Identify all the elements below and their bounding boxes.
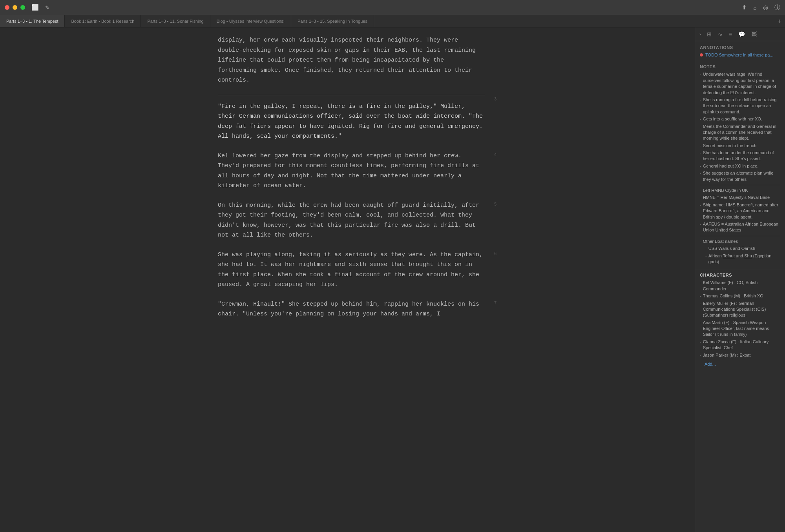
- paragraph-number-6: 6: [494, 250, 497, 257]
- note-text-3: Gets into a scuffle with her XO.: [703, 116, 762, 122]
- minimize-button[interactable]: [13, 5, 17, 10]
- character-text-5: Gianna Zucca (F) : Italian Culinary Spec…: [703, 339, 780, 351]
- traffic-lights: [5, 5, 25, 10]
- tab-speaking-tongues[interactable]: Parts 1–3 • 15. Speaking In Tongues: [291, 15, 374, 27]
- paragraph-4: Kel lowered her gaze from the display an…: [218, 151, 485, 191]
- chart-view-icon[interactable]: ∿: [716, 30, 724, 38]
- characters-title: CHARACTERS: [700, 273, 780, 277]
- character-item-5: - Gianna Zucca (F) : Italian Culinary Sp…: [700, 339, 780, 351]
- image-view-icon[interactable]: 🖼: [750, 30, 758, 38]
- paragraph-3-text: "Fire in the galley, I repeat, there is …: [218, 103, 483, 140]
- paragraph-number-4: 4: [494, 151, 497, 159]
- note-item-7: - General had put XO in place.: [700, 163, 780, 169]
- annotation-dot: [700, 53, 703, 56]
- character-text-4: Ana Marín (F) : Spanish Weapon Engineer …: [703, 320, 780, 338]
- tab-earth-research-label: Book 1: Earth • Book 1 Research: [71, 19, 134, 24]
- note-text-8: She suggests an alternate plan while the…: [703, 170, 780, 182]
- main-layout: display, her crew each visually inspecte…: [0, 27, 785, 532]
- note-text-13a: USS Walrus and Oarfish: [708, 246, 755, 251]
- paragraph-6: She was playing along, taking it as seri…: [218, 250, 485, 290]
- maximize-button[interactable]: [20, 5, 25, 10]
- tab-sonar-fishing[interactable]: Parts 1–3 • 11. Sonar Fishing: [141, 15, 210, 27]
- annotations-section: Annotations TODO Somewhere in all these …: [695, 41, 785, 62]
- tab-ulysses-interview[interactable]: Blog • Ulysses Interview Questions:: [210, 15, 291, 27]
- notes-section: Notes - Underwater wars rage. We find ou…: [695, 62, 785, 268]
- note-item-4: - Meets the Commander and General in cha…: [700, 124, 780, 142]
- note-text-1: Underwater wars rage. We find ourselves …: [703, 71, 780, 96]
- annotation-item: TODO Somewhere in all these pa...: [700, 52, 780, 58]
- note-text-10: HMNB = Her Majesty's Naval Base: [703, 195, 770, 200]
- list-view-icon[interactable]: ≡: [727, 30, 734, 38]
- title-bar: ⬜ ✎ ⬆ ⌕ ◎ ⓘ: [0, 0, 785, 15]
- sidebar-chevron-icon[interactable]: ›: [698, 30, 702, 38]
- add-character-button[interactable]: Add...: [700, 359, 780, 369]
- tab-sonar-fishing-label: Parts 1–3 • 11. Sonar Fishing: [147, 19, 203, 24]
- tab-speaking-tongues-label: Parts 1–3 • 15. Speaking In Tongues: [298, 19, 367, 24]
- paragraph-number-5: 5: [494, 200, 497, 208]
- note-text-11: Ship name: HMS Bancroft, named after Edw…: [703, 202, 780, 220]
- note-item-13: - Other Boat names: [700, 239, 780, 244]
- note-text-2: She is running a fire drill before raisi…: [703, 97, 780, 115]
- edit-icon[interactable]: ✎: [45, 5, 49, 11]
- note-item-11: - Ship name: HMS Bancroft, named after E…: [700, 202, 780, 220]
- paragraph-number-7: 7: [494, 299, 497, 307]
- paragraph-5-text: On this morning, while the crew had been…: [218, 202, 479, 239]
- paragraph-7-text: "Crewman, Hinault!" She stepped up behin…: [218, 301, 479, 318]
- note-item-12: - AAFEUS = Australian African European U…: [700, 221, 780, 233]
- note-text-5: Secret mission to the trench.: [703, 143, 758, 149]
- paragraph-7: "Crewman, Hinault!" She stepped up behin…: [218, 299, 485, 319]
- note-item-2: - She is running a fire drill before rai…: [700, 97, 780, 115]
- notes-divider-1: [700, 185, 780, 185]
- character-item-4: - Ana Marín (F) : Spanish Weapon Enginee…: [700, 320, 780, 338]
- notes-title: Notes: [700, 64, 780, 69]
- info-icon[interactable]: ⓘ: [774, 4, 780, 11]
- tab-bar: Parts 1–3 • 1. The Tempest Book 1: Earth…: [0, 15, 785, 27]
- note-item-5: - Secret mission to the trench.: [700, 143, 780, 149]
- note-text-12: AAFEUS = Australian African European Uni…: [703, 221, 780, 233]
- character-item-2: - Thomas Collins (M) : British XO: [700, 293, 780, 299]
- character-item-1: - Kel Williams (F) : CO, British Command…: [700, 280, 780, 292]
- character-text-6: Jason Parker (M) : Expat: [703, 352, 751, 358]
- tab-earth-research[interactable]: Book 1: Earth • Book 1 Research: [65, 15, 141, 27]
- search-icon[interactable]: ⌕: [753, 4, 757, 11]
- note-item-6: - She has to be under the command of her…: [700, 150, 780, 162]
- right-sidebar: › ⊞ ∿ ≡ 💬 🖼 Annotations TODO Somewhere i…: [695, 27, 785, 532]
- note-item-13b: - African Tefnut and Shu (Egyptian gods): [705, 253, 780, 265]
- editor-area[interactable]: display, her crew each visually inspecte…: [0, 27, 695, 532]
- paragraph-number-3: 3: [494, 95, 497, 103]
- note-text-13: Other Boat names: [703, 239, 738, 244]
- note-item-1: - Underwater wars rage. We find ourselve…: [700, 71, 780, 96]
- sidebar-toggle-icon[interactable]: ⬜: [31, 4, 39, 11]
- notes-divider-2: [700, 236, 780, 236]
- note-item-9: - Left HMNB Clyde in UK: [700, 188, 780, 193]
- note-text-7: General had put XO in place.: [703, 163, 759, 169]
- title-bar-left-icons: ⬜ ✎: [31, 4, 49, 11]
- paragraph-1: display, her crew each visually inspecte…: [218, 35, 485, 86]
- paragraph-4-text: Kel lowered her gaze from the display an…: [218, 153, 479, 189]
- character-text-1: Kel Williams (F) : CO, British Commander: [703, 280, 780, 292]
- paragraph-5: On this morning, while the crew had been…: [218, 200, 485, 240]
- character-text-2: Thomas Collins (M) : British XO: [703, 293, 763, 299]
- tab-ulysses-interview-label: Blog • Ulysses Interview Questions:: [217, 19, 285, 24]
- comment-view-icon[interactable]: 💬: [737, 30, 747, 38]
- note-item-10: - HMNB = Her Majesty's Naval Base: [700, 195, 780, 200]
- annotation-text[interactable]: TODO Somewhere in all these pa...: [705, 52, 773, 58]
- character-text-3: Emery Müller (F) : German Communications…: [703, 301, 780, 319]
- target-icon[interactable]: ◎: [763, 4, 768, 11]
- characters-section: CHARACTERS - Kel Williams (F) : CO, Brit…: [695, 270, 785, 371]
- paragraph-3: "Fire in the galley, I repeat, there is …: [218, 95, 485, 142]
- annotations-title: Annotations: [700, 45, 780, 50]
- note-text-13b: African Tefnut and Shu (Egyptian gods): [708, 253, 780, 265]
- title-bar-right-icons: ⬆ ⌕ ◎ ⓘ: [742, 4, 780, 11]
- add-tab-button[interactable]: +: [774, 15, 785, 27]
- share-icon[interactable]: ⬆: [742, 4, 747, 11]
- sidebar-toolbar: › ⊞ ∿ ≡ 💬 🖼: [695, 27, 785, 41]
- note-item-13a: - USS Walrus and Oarfish: [705, 246, 780, 251]
- paragraph-6-text: She was playing along, taking it as seri…: [218, 251, 483, 288]
- close-button[interactable]: [5, 5, 9, 10]
- note-item-3: - Gets into a scuffle with her XO.: [700, 116, 780, 122]
- paragraph-1-text: display, her crew each visually inspecte…: [218, 37, 476, 84]
- tab-the-tempest[interactable]: Parts 1–3 • 1. The Tempest: [0, 15, 65, 27]
- grid-view-icon[interactable]: ⊞: [705, 30, 713, 38]
- editor-content: display, her crew each visually inspecte…: [194, 27, 500, 344]
